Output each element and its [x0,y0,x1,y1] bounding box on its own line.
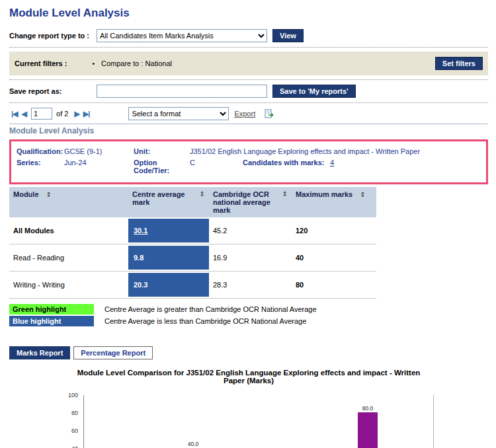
module-table: Module ⇕ ⇕ Centre average mark ⇕ Cambrid… [9,187,376,299]
centre-average-cell: 9.8 [128,244,209,272]
qualification-label: Qualification: [17,147,64,155]
unit-value: J351/02 English Language Exploring effec… [190,147,481,155]
bar [358,412,378,448]
centre-average-cell: 30.1 [128,217,209,244]
maximum-marks-column-header[interactable]: Maximum marks ⇕ [292,187,376,217]
current-filter-value: Compare to : National [101,59,172,67]
report-info-panel: Qualification: GCSE (9-1) Unit: J351/02 … [9,139,488,184]
module-cell: Writing - Writing [9,272,128,299]
page-title: Module Level Analysis [9,7,488,20]
report-type-row: Change report type to : All Candidates I… [9,29,488,42]
y-tick-label: 60 [71,428,78,434]
blue-highlight-description: Centre Average is less than Cambridge OC… [104,317,306,325]
tab-marks-report[interactable]: Marks Report [9,346,70,359]
qualification-value: GCSE (9-1) [64,147,134,155]
save-report-label: Save report as: [9,87,97,95]
sort-icon[interactable]: ⇕ [200,190,205,198]
table-row: Read - Reading 9.8 16.9 40 [9,244,376,272]
series-value: Jun-24 [64,159,134,167]
legend-row: Blue highlight Centre Average is less th… [9,316,488,326]
export-icon[interactable] [265,109,274,118]
centre-average-column-header[interactable]: ⇕ Centre average mark [128,187,209,217]
sort-icon[interactable]: ⇕ [46,191,52,198]
report-type-label: Change report type to : [9,32,97,40]
sort-icon[interactable]: ⇕ [282,190,288,198]
maximum-marks-cell: 40 [292,244,376,272]
pagination-toolbar: |◀ ◀ of 2 ▶ ▶| Select a format Export [9,107,488,120]
y-tick-label: 100 [68,392,78,398]
page-count-label: of 2 [56,110,68,118]
page-number-input[interactable] [31,108,52,120]
module-cell: All Modules [9,217,128,244]
tab-percentage-report[interactable]: Percentage Report [73,346,153,359]
national-average-cell: 16.9 [209,244,292,272]
y-tick-label: 40 [71,445,78,448]
report-tabs: Marks Report Percentage Report [9,346,488,359]
y-tick-label: 80 [71,410,78,416]
bullet-icon: • [92,60,95,67]
series-label: Series: [17,159,64,167]
chart-plot: 9.816.940.0Read - Reading20.328.380.0Wri… [83,395,434,448]
current-filters-label: Current filters : [15,59,67,67]
column-header-label: Centre average mark [132,190,185,206]
next-page-icon[interactable]: ▶ [74,110,79,118]
maximum-marks-cell: 80 [292,272,376,299]
chart-title: Module Level Comparison for J351/02 Engl… [70,369,427,385]
bar-group: 20.328.380.0Writing - Writing [314,405,378,448]
section-title: Module Level Analysis [9,126,488,135]
legend-row: Green highlight Centre Average is greate… [9,304,488,315]
candidates-with-marks-label: Candidates with marks: [243,159,327,167]
report-type-select[interactable]: All Candidates Item Marks Analysis [97,29,267,42]
divider [9,124,488,124]
chart-plot-area: 020406080100 9.816.940.0Read - Reading20… [83,395,434,448]
option-code-tier-label: Option Code/Tier: [134,159,190,174]
green-highlight-swatch: Green highlight [9,304,94,315]
centre-average-cell: 20.3 [128,272,209,299]
highlight-legend: Green highlight Centre Average is greate… [9,304,488,326]
module-column-header[interactable]: Module ⇕ [9,187,128,217]
chart: Module Level Comparison for J351/02 Engl… [37,369,460,448]
current-filters-bar: Current filters : • Compare to : Nationa… [9,52,488,75]
divider [9,47,488,48]
divider [9,102,488,103]
info-row: Series: Jun-24 Option Code/Tier: C Candi… [17,159,481,174]
save-to-my-reports-button[interactable]: Save to 'My reports' [272,85,356,98]
national-average-cell: 28.3 [209,272,292,299]
view-button[interactable]: View [272,29,304,42]
set-filters-button[interactable]: Set filters [435,57,483,70]
save-report-input[interactable] [97,85,267,98]
export-format-select[interactable]: Select a format [128,107,229,120]
sort-icon[interactable]: ⇕ [360,191,365,198]
column-header-label: Module [13,190,39,198]
blue-highlight-swatch: Blue highlight [9,316,94,326]
export-link[interactable]: Export [234,110,255,118]
centre-average-link[interactable]: 30.1 [134,227,147,235]
bar-value-label: 80.0 [362,405,374,412]
unit-label: Unit: [134,147,190,155]
national-average-cell: 45.2 [209,217,292,244]
first-page-icon[interactable]: |◀ [11,110,18,118]
candidates-with-marks-link[interactable]: 4 [330,159,334,167]
centre-average-value: 20.3 [134,281,147,289]
chart-groups: 9.816.940.0Read - Reading20.328.380.0Wri… [84,395,433,448]
page: Module Level Analysis Change report type… [0,0,496,448]
centre-average-value: 9.8 [134,254,144,262]
last-page-icon[interactable]: ▶| [83,110,90,118]
green-highlight-description: Centre Average is greater than Cambridge… [104,305,317,313]
save-report-row: Save report as: Save to 'My reports' [9,85,488,98]
table-row: All Modules 30.1 45.2 120 [9,217,376,244]
column-header-label: Maximum marks [296,190,352,198]
bar-group: 9.816.940.0Read - Reading [140,441,203,448]
module-cell: Read - Reading [9,244,128,272]
bar-value-label: 40.0 [188,441,199,447]
prev-page-icon[interactable]: ◀ [22,110,26,118]
national-average-column-header[interactable]: ⇕ Cambridge OCR national average mark [209,187,292,217]
maximum-marks-cell: 120 [292,217,376,244]
divider [9,79,488,80]
option-code-tier-value: C [190,159,243,167]
column-header-label: Cambridge OCR national average mark [213,190,270,214]
info-row: Qualification: GCSE (9-1) Unit: J351/02 … [17,147,481,155]
table-row: Writing - Writing 20.3 28.3 80 [9,272,376,299]
table-header-row: Module ⇕ ⇕ Centre average mark ⇕ Cambrid… [9,187,376,217]
